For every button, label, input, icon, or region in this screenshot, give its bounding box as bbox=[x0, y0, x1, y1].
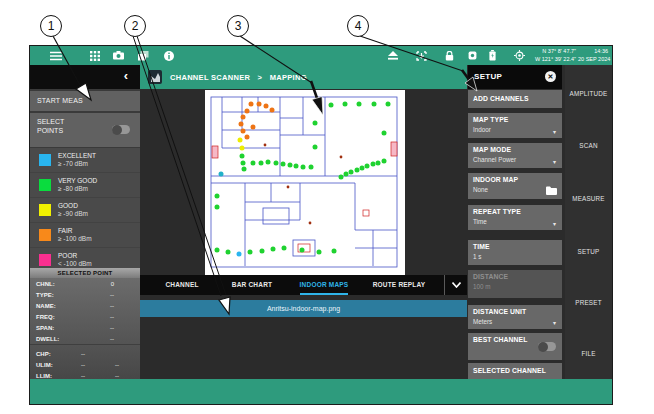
best-channel-toggle[interactable] bbox=[538, 342, 556, 351]
measurement-point[interactable] bbox=[349, 169, 354, 174]
map-filename-bar[interactable]: Anritsu-indoor-map.png bbox=[140, 300, 467, 317]
tabs-expand-button[interactable] bbox=[444, 275, 467, 295]
measurement-point[interactable] bbox=[274, 161, 279, 166]
select-points-button[interactable]: SELECT POINTS bbox=[30, 113, 140, 147]
measurement-point[interactable] bbox=[260, 248, 265, 253]
measurement-point[interactable] bbox=[376, 161, 381, 166]
selected-point-section: SELECTED POINT CHNL:0 TYPE:-- NAME:-- FR… bbox=[30, 268, 140, 379]
measurement-point[interactable] bbox=[245, 134, 250, 139]
measurement-point[interactable] bbox=[240, 146, 245, 151]
measurement-point[interactable] bbox=[249, 102, 254, 107]
menu-file[interactable]: FILE bbox=[565, 350, 612, 357]
map-type-button[interactable]: MAP TYPE Indoor ▾ bbox=[468, 113, 562, 138]
measurement-point[interactable] bbox=[266, 159, 271, 164]
close-icon[interactable]: ✕ bbox=[545, 71, 556, 82]
measurement-point[interactable] bbox=[270, 107, 275, 112]
breadcrumb-app[interactable]: CHANNEL SCANNER bbox=[170, 73, 250, 82]
legend-item-excellent: EXCELLENT≥ -70 dBm bbox=[30, 148, 140, 173]
measurement-point[interactable] bbox=[238, 137, 243, 142]
chevron-left-icon[interactable]: ‹ bbox=[124, 68, 128, 83]
measurement-point[interactable] bbox=[294, 164, 299, 169]
measurement-point[interactable] bbox=[239, 122, 244, 127]
distance-unit-button[interactable]: DISTANCE UNIT Meters ▾ bbox=[468, 305, 562, 329]
legend-range: < -100 dBm bbox=[58, 260, 92, 268]
measurement-point[interactable] bbox=[329, 102, 334, 107]
status-icon[interactable] bbox=[466, 46, 479, 65]
measurement-point[interactable] bbox=[382, 159, 387, 164]
tab-route-replay[interactable]: ROUTE REPLAY bbox=[372, 275, 426, 295]
callout-3: 3 bbox=[227, 15, 249, 37]
measurement-point[interactable] bbox=[240, 154, 245, 159]
measurement-point[interactable] bbox=[343, 102, 348, 107]
measurement-point[interactable] bbox=[313, 120, 318, 125]
table-row: CHNL:0 bbox=[30, 278, 140, 289]
tab-bar-chart[interactable]: BAR CHART bbox=[230, 275, 274, 295]
measurement-point[interactable] bbox=[382, 130, 387, 135]
measurement-point[interactable] bbox=[215, 194, 220, 199]
measurement-point[interactable] bbox=[282, 245, 287, 250]
measurement-point[interactable] bbox=[259, 161, 264, 166]
breadcrumb-bar: CHANNEL SCANNER > MAPPING bbox=[140, 65, 467, 89]
measurement-point[interactable] bbox=[357, 102, 362, 107]
time-button[interactable]: TIME 1 s bbox=[468, 240, 562, 265]
table-row: NAME:-- bbox=[30, 300, 140, 311]
camera-icon[interactable] bbox=[111, 46, 126, 65]
button-value: Channel Power bbox=[473, 156, 557, 163]
signal-legend: EXCELLENT≥ -70 dBm VERY GOOD≥ -80 dBm GO… bbox=[30, 148, 140, 273]
menu-measure[interactable]: MEASURE bbox=[565, 195, 612, 202]
row-value: 0 bbox=[111, 281, 114, 287]
map-mode-button[interactable]: MAP MODE Channel Power ▾ bbox=[468, 143, 562, 168]
indoor-map-button[interactable]: INDOOR MAP None bbox=[468, 173, 562, 199]
panel-collapse-bar[interactable]: ‹ bbox=[30, 65, 140, 89]
measurement-point[interactable] bbox=[332, 248, 337, 253]
menu-preset[interactable]: PRESET bbox=[565, 299, 612, 306]
measurement-point[interactable] bbox=[301, 164, 306, 169]
measurement-point[interactable] bbox=[248, 250, 253, 255]
measurement-point[interactable] bbox=[264, 103, 269, 108]
selected-channel-button[interactable]: SELECTED CHANNEL bbox=[468, 363, 562, 379]
measurement-point[interactable] bbox=[386, 102, 391, 107]
legend-swatch bbox=[39, 254, 51, 266]
tab-channel-power[interactable]: CHANNEL POWER bbox=[154, 275, 210, 295]
measurement-point[interactable] bbox=[313, 144, 318, 149]
menu-icon[interactable] bbox=[48, 46, 64, 65]
measurement-point[interactable] bbox=[300, 248, 305, 253]
measurement-point[interactable] bbox=[215, 204, 220, 209]
menu-scan[interactable]: SCAN bbox=[565, 142, 612, 149]
tab-indoor-maps[interactable]: INDOOR MAPS bbox=[298, 275, 350, 295]
measurement-point[interactable] bbox=[339, 174, 344, 179]
select-points-toggle[interactable] bbox=[112, 125, 130, 134]
measurement-point[interactable] bbox=[257, 102, 262, 107]
measurement-point[interactable] bbox=[215, 248, 220, 253]
measurement-point[interactable] bbox=[226, 250, 231, 255]
screenshot-icon[interactable] bbox=[414, 46, 429, 65]
add-channels-button[interactable]: ADD CHANNELS bbox=[468, 90, 562, 108]
measurement-point[interactable] bbox=[288, 162, 293, 167]
measurement-point[interactable] bbox=[317, 250, 322, 255]
measurement-point[interactable] bbox=[241, 129, 246, 134]
measurement-point[interactable] bbox=[242, 166, 247, 171]
measurement-point[interactable] bbox=[219, 171, 224, 176]
measurement-point[interactable] bbox=[251, 125, 256, 130]
measurement-point[interactable] bbox=[372, 102, 377, 107]
start-meas-button[interactable]: START MEAS bbox=[30, 91, 140, 111]
measurement-point[interactable] bbox=[309, 164, 314, 169]
menu-amplitude[interactable]: AMPLITUDE bbox=[565, 90, 612, 97]
measurement-point[interactable] bbox=[241, 161, 246, 166]
apps-grid-icon[interactable] bbox=[87, 46, 102, 65]
lock-icon[interactable] bbox=[443, 46, 456, 65]
indoor-map-view[interactable] bbox=[205, 90, 405, 275]
windows-icon[interactable] bbox=[136, 46, 151, 65]
measurement-point[interactable] bbox=[241, 115, 246, 120]
measurement-point[interactable] bbox=[271, 247, 276, 252]
menu-setup[interactable]: SETUP bbox=[565, 248, 612, 255]
measurement-point[interactable] bbox=[281, 162, 286, 167]
measurement-point[interactable] bbox=[237, 251, 242, 256]
measurement-point[interactable] bbox=[245, 109, 250, 114]
repeat-type-button[interactable]: REPEAT TYPE Time ▾ bbox=[468, 205, 562, 230]
info-icon[interactable] bbox=[161, 46, 176, 65]
best-channel-button[interactable]: BEST CHANNEL bbox=[468, 333, 562, 360]
measurement-point[interactable] bbox=[365, 164, 370, 169]
eject-icon[interactable] bbox=[386, 46, 400, 65]
measurement-point[interactable] bbox=[251, 161, 256, 166]
